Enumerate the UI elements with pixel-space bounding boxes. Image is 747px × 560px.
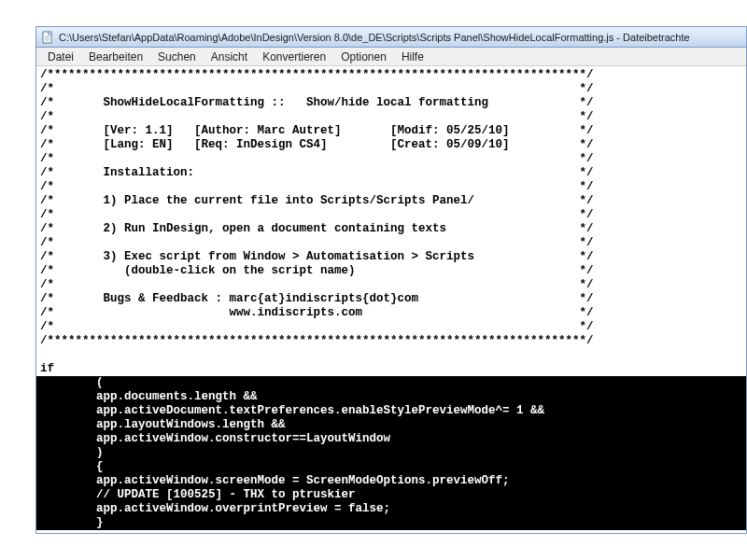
code-line: /* 2) Run InDesign, open a document cont…: [40, 222, 594, 235]
menu-ansicht[interactable]: Ansicht: [204, 48, 255, 65]
menu-konvertieren[interactable]: Konvertieren: [255, 48, 333, 65]
selected-text: ( app.documents.length && app.activeDocu…: [36, 376, 746, 530]
code-line: /* Bugs & Feedback : marc{at}indiscripts…: [40, 292, 594, 305]
menu-bearbeiten[interactable]: Bearbeiten: [81, 48, 150, 65]
menu-hilfe[interactable]: Hilfe: [394, 48, 431, 65]
code-line: (: [40, 376, 104, 389]
code-line: }: [40, 516, 104, 529]
code-line: /***************************************…: [40, 334, 594, 347]
code-line: {: [40, 460, 104, 473]
menu-datei[interactable]: Datei: [40, 48, 81, 65]
code-line: /* (double-click on the script name) */: [40, 264, 594, 277]
code-if-keyword: if: [40, 362, 54, 375]
code-line: /* Installation: */: [40, 166, 594, 179]
svg-rect-0: [43, 32, 51, 43]
code-line: /* [Ver: 1.1] [Author: Marc Autret] [Mod…: [40, 124, 594, 137]
title-bar: C:\Users\Stefan\AppData\Roaming\Adobe\In…: [36, 27, 746, 48]
menu-suchen[interactable]: Suchen: [150, 48, 204, 65]
code-line: app.documents.length &&: [40, 390, 258, 403]
window-frame: C:\Users\Stefan\AppData\Roaming\Adobe\In…: [35, 26, 747, 534]
window-title: C:\Users\Stefan\AppData\Roaming\Adobe\In…: [59, 32, 690, 43]
code-line: /* www.indiscripts.com */: [40, 306, 594, 319]
code-line: // UPDATE [100525] - THX to ptruskier: [40, 488, 356, 501]
code-line: /* */: [40, 152, 594, 165]
code-line: /* */: [40, 208, 594, 221]
code-line: /* */: [40, 320, 594, 333]
code-line: ): [40, 446, 104, 459]
code-line: /* 3) Exec script from Window > Automati…: [40, 250, 594, 263]
code-line: /* 1) Place the current file into Script…: [40, 194, 594, 207]
code-line: /* */: [40, 180, 594, 193]
code-line: app.activeWindow.constructor==LayoutWind…: [40, 432, 390, 445]
menu-optionen[interactable]: Optionen: [333, 48, 394, 65]
code-line: /***************************************…: [40, 68, 594, 81]
code-line: /* ShowHideLocalFormatting :: Show/hide …: [40, 96, 594, 109]
document-icon: [40, 30, 55, 45]
code-content[interactable]: /***************************************…: [36, 66, 746, 532]
code-line: /* [Lang: EN] [Req: InDesign CS4] [Creat…: [40, 138, 594, 151]
text-cursor: [283, 511, 284, 524]
code-line: /* */: [40, 278, 594, 291]
menu-bar: Datei Bearbeiten Suchen Ansicht Konverti…: [36, 48, 746, 66]
code-line: app.layoutWindows.length &&: [40, 418, 286, 431]
code-line: /* */: [40, 82, 594, 95]
code-line: app.activeWindow.screenMode = ScreenMode…: [40, 474, 510, 487]
code-line: app.activeDocument.textPreferences.enabl…: [40, 404, 544, 417]
code-line: /* */: [40, 110, 594, 123]
code-line: app.activeWindow.overprintPreview = fals…: [40, 502, 390, 515]
code-line: /* */: [40, 236, 594, 249]
